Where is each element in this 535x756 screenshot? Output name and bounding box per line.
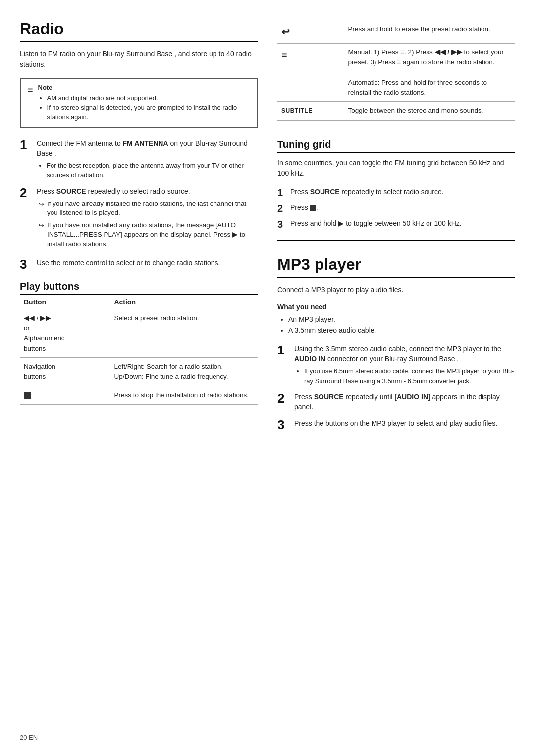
what-you-need-item-1: An MP3 player.: [288, 314, 515, 325]
tuning-steps: 1 Press SOURCE repeatedly to select radi…: [277, 187, 515, 230]
subtitle-label: SUBTITLE: [281, 107, 313, 114]
mp3-step-3: 3 Press the buttons on the MP3 player to…: [277, 418, 515, 431]
mp3-intro: Connect a MP3 player to play audio files…: [277, 285, 515, 295]
mp3-step-2: 2 Press SOURCE repeatedly until [AUDIO I…: [277, 392, 515, 412]
mp3-step-1: 1 Using the 3.5mm stereo audio cable, co…: [277, 344, 515, 386]
step-2-arrows: ↪ If you have already installed the radi…: [37, 200, 258, 249]
tuning-step-3: 3 Press and hold ▶ to toggle between 50 …: [277, 218, 515, 230]
what-you-need-list: An MP3 player. A 3.5mm stereo audio cabl…: [277, 314, 515, 336]
col-action-header: Action: [110, 295, 258, 309]
tuning-step-1: 1 Press SOURCE repeatedly to select radi…: [277, 187, 515, 199]
mp3-step-1-content: Using the 3.5mm stereo audio cable, conn…: [294, 344, 515, 386]
button-cell-3: [20, 386, 110, 404]
stop-square-icon: [24, 392, 31, 399]
play-buttons-title: Play buttons: [20, 281, 258, 295]
mp3-divider: [277, 240, 515, 241]
mp3-section: MP3 player Connect a MP3 player to play …: [277, 255, 515, 432]
tuning-grid-title: Tuning grid: [277, 139, 515, 153]
navigation-label: Navigationbuttons: [24, 363, 55, 380]
step-1: 1 Connect the FM antenna to FM ANTENNA o…: [20, 138, 258, 180]
menu-bold-1: ≡: [400, 49, 404, 56]
action-cell-back: Press and hold to erase the preset radio…: [344, 20, 515, 44]
tuning-step-2: 2 Press .: [277, 202, 515, 214]
table-row: Navigationbuttons Left/Right: Search for…: [20, 357, 258, 386]
step-2-arrow-1: ↪ If you have already installed the radi…: [39, 200, 258, 218]
step-3-content: Use the remote control to select or to c…: [37, 258, 258, 268]
mp3-title: MP3 player: [277, 255, 515, 278]
menu-bold-3: ≡: [397, 58, 401, 66]
note-list: AM and digital radio are not supported. …: [38, 93, 250, 122]
mp3-step-1-sub-1: If you use 6.5mm stereo audio cable, con…: [304, 366, 515, 386]
mp3-step-2-content: Press SOURCE repeatedly until [AUDIO IN]…: [294, 392, 515, 412]
action-cell-1: Select a preset radio station.: [110, 309, 258, 357]
table-row: ◀◀ / ▶▶ or Alphanumericbuttons Select a …: [20, 309, 258, 357]
col-button-header: Button: [20, 295, 110, 309]
step-2: 2 Press SOURCE repeatedly to select radi…: [20, 186, 258, 252]
step-2-content: Press SOURCE repeatedly to select radio …: [37, 186, 258, 252]
tuning-step-1-bold: SOURCE: [310, 188, 340, 196]
action-cell-3: Press to stop the installation of radio …: [110, 386, 258, 404]
arrow-icon-2: ↪: [39, 221, 44, 230]
right-column: ↩ Press and hold to erase the preset rad…: [277, 20, 515, 736]
note-item: If no stereo signal is detected, you are…: [47, 103, 250, 122]
action-cell-subtitle: Toggle between the stereo and mono sound…: [344, 102, 515, 120]
arrow-icon-1: ↪: [39, 200, 44, 209]
tuning-grid-section: Tuning grid In some countries, you can t…: [277, 134, 515, 230]
button-cell-subtitle: SUBTITLE: [277, 102, 344, 120]
menu-bold-2: ◀◀ / ▶▶: [435, 49, 462, 56]
step-2-bold: SOURCE: [56, 187, 86, 195]
step-1-bold: FM ANTENNA: [123, 139, 168, 147]
note-item: AM and digital radio are not supported.: [47, 93, 250, 103]
tuning-step-3-number: 3: [277, 218, 286, 230]
mp3-step-1-number: 1: [277, 344, 289, 356]
right-table-section: ↩ Press and hold to erase the preset rad…: [277, 20, 515, 121]
mp3-steps: 1 Using the 3.5mm stereo audio cable, co…: [277, 344, 515, 431]
step-1-sub-1: For the best reception, place the antenn…: [47, 161, 258, 180]
button-cell-1: ◀◀ / ▶▶ or Alphanumericbuttons: [20, 309, 110, 357]
what-you-need-label: What you need: [277, 303, 515, 311]
mp3-step-2-number: 2: [277, 392, 289, 404]
alphanumeric-label: Alphanumericbuttons: [24, 334, 65, 352]
radio-steps: 1 Connect the FM antenna to FM ANTENNA o…: [20, 138, 258, 271]
button-cell-menu: ≡: [277, 44, 344, 102]
button-cell-back: ↩: [277, 20, 344, 44]
stop-square-icon-2: [310, 205, 316, 211]
step-3: 3 Use the remote control to select or to…: [20, 258, 258, 271]
page-footer: 20 EN: [20, 734, 38, 741]
step-1-content: Connect the FM antenna to FM ANTENNA on …: [37, 138, 258, 180]
back-icon: ↩: [281, 26, 290, 37]
left-column: Radio Listen to FM radio on your Blu-ray…: [20, 20, 258, 736]
action-cell-menu: Manual: 1) Press ≡. 2) Press ◀◀ / ▶▶ to …: [344, 44, 515, 102]
mp3-step-1-subs: If you use 6.5mm stereo audio cable, con…: [294, 366, 515, 386]
note-label: Note: [38, 84, 250, 91]
prev-next-icon: ◀◀ / ▶▶: [24, 314, 51, 322]
step-2-number: 2: [20, 186, 32, 199]
step-2-arrow-text-2: If you have not installed any radio stat…: [47, 221, 258, 249]
or-text: or: [24, 324, 30, 332]
table-row: ≡ Manual: 1) Press ≡. 2) Press ◀◀ / ▶▶ t…: [277, 44, 515, 102]
mp3-step-2-bold-1: SOURCE: [314, 393, 344, 401]
note-icon: ≡: [28, 85, 33, 95]
what-you-need-item-2: A 3.5mm stereo audio cable.: [288, 325, 515, 336]
action-cell-2: Left/Right: Search for a radio station.U…: [110, 357, 258, 386]
play-buttons-section: Play buttons Button Action ◀◀ / ▶▶ or Al…: [20, 281, 258, 405]
tuning-step-3-content: Press and hold ▶ to toggle between 50 kH…: [290, 218, 462, 229]
tuning-grid-intro: In some countries, you can toggle the FM…: [277, 158, 515, 179]
mp3-step-3-content: Press the buttons on the MP3 player to s…: [294, 418, 515, 429]
table-header-row: Button Action: [20, 295, 258, 309]
tuning-step-1-number: 1: [277, 187, 286, 199]
radio-intro: Listen to FM radio on your Blu-ray Surro…: [20, 49, 258, 70]
table-row: ↩ Press and hold to erase the preset rad…: [277, 20, 515, 44]
table-row: SUBTITLE Toggle between the stereo and m…: [277, 102, 515, 120]
play-table: Button Action ◀◀ / ▶▶ or Alphanumericbut…: [20, 295, 258, 405]
tuning-step-2-content: Press .: [290, 202, 318, 213]
mp3-step-1-bold: AUDIO IN: [294, 355, 325, 363]
step-2-arrow-text-1: If you have already installed the radio …: [47, 200, 258, 218]
button-cell-2: Navigationbuttons: [20, 357, 110, 386]
step-2-arrow-2: ↪ If you have not installed any radio st…: [39, 221, 258, 249]
tuning-step-1-content: Press SOURCE repeatedly to select radio …: [290, 187, 444, 197]
tuning-step-2-number: 2: [277, 202, 286, 214]
step-1-subs: For the best reception, place the antenn…: [37, 161, 258, 180]
radio-title: Radio: [20, 20, 258, 42]
note-box: ≡ Note AM and digital radio are not supp…: [20, 78, 258, 128]
